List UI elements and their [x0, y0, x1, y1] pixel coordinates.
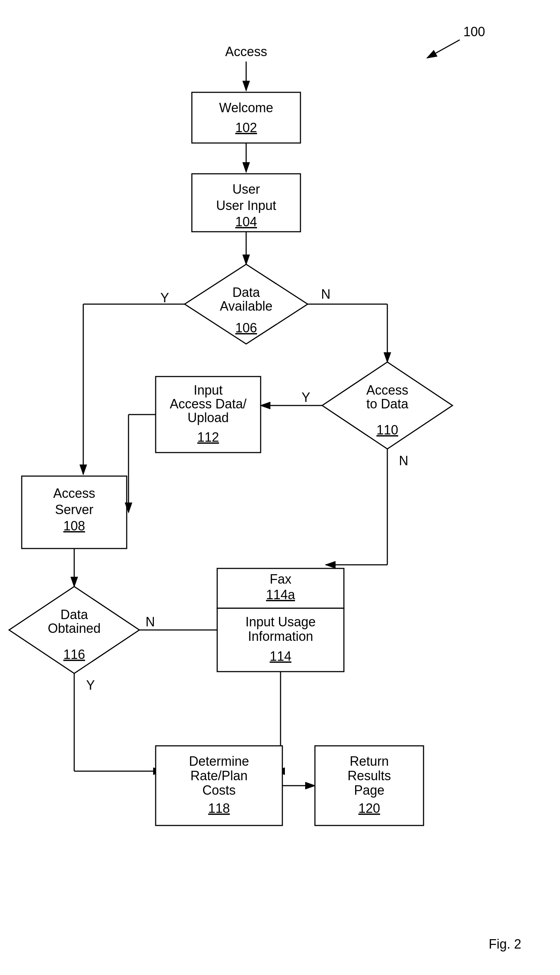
n-label-data-available: N [321, 287, 330, 302]
data-available-ref: 106 [235, 320, 257, 335]
input-access-label: Input [194, 383, 223, 398]
input-usage-ref: 114 [270, 649, 292, 663]
y-label-access-to-data: Y [302, 390, 310, 405]
welcome-label: Welcome [219, 100, 273, 115]
access-server-label2: Server [55, 502, 93, 517]
welcome-box [192, 92, 300, 143]
figure-label: Fig. 2 [489, 937, 521, 952]
data-available-label: Data [232, 285, 260, 300]
determine-rate-label: Determine [189, 754, 249, 768]
access-server-ref: 108 [63, 518, 85, 533]
reference-number: 100 [463, 24, 485, 39]
return-results-label2: Results [348, 768, 391, 783]
determine-rate-label2: Rate/Plan [190, 768, 248, 783]
return-results-label: Return [350, 754, 389, 768]
y-label-data-obtained: Y [86, 678, 95, 693]
return-results-label3: Page [354, 783, 385, 798]
user-input-label2: User Input [216, 198, 276, 213]
svg-line-2 [427, 40, 460, 58]
n-label-data-obtained: N [145, 614, 155, 629]
data-available-label2: Available [220, 299, 272, 313]
flowchart-diagram: 100 Access Welcome 102 User User Input 1… [0, 0, 560, 975]
input-access-label2: Access Data/ [170, 397, 247, 411]
input-access-ref: 112 [197, 430, 219, 445]
access-label: Access [225, 44, 267, 59]
access-to-data-label: Access [366, 383, 408, 398]
access-to-data-label2: to Data [366, 397, 409, 411]
welcome-ref: 102 [235, 120, 257, 135]
access-to-data-ref: 110 [377, 423, 398, 437]
fax-label: Fax [270, 572, 292, 587]
data-obtained-label: Data [60, 607, 88, 622]
data-obtained-ref: 116 [63, 647, 85, 662]
access-server-label: Access [53, 486, 95, 501]
user-input-label: User [232, 182, 260, 197]
fax-ref: 114a [266, 587, 295, 602]
input-access-label3: Upload [188, 410, 229, 425]
determine-rate-ref: 118 [208, 801, 230, 816]
n-label-access-to-data: N [399, 453, 408, 468]
determine-rate-label3: Costs [202, 783, 236, 798]
y-label-data-available: Y [160, 290, 169, 305]
return-results-ref: 120 [358, 801, 380, 816]
input-usage-label: Input Usage [245, 614, 316, 629]
input-usage-label2: Information [248, 629, 313, 644]
user-input-ref: 104 [235, 214, 257, 229]
data-obtained-label2: Obtained [48, 621, 101, 636]
